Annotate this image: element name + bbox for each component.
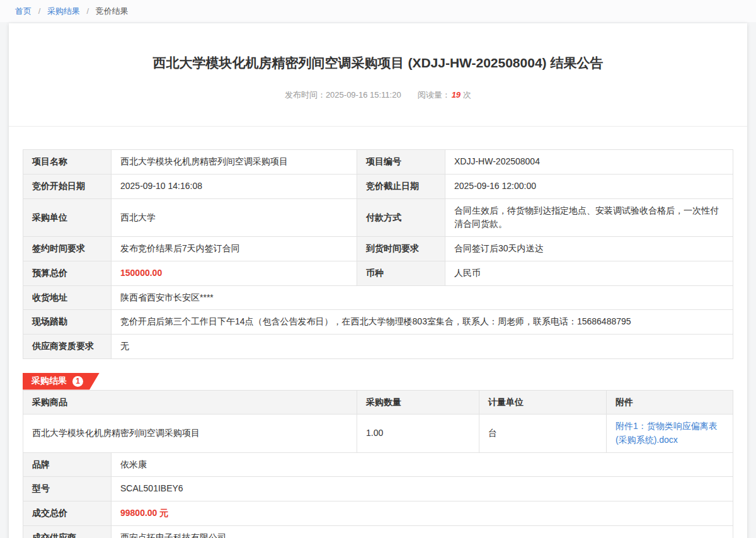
info-value-cell: 西北大学 — [112, 198, 357, 236]
breadcrumb-separator: / — [87, 6, 89, 16]
info-label-cell: 采购单位 — [23, 198, 112, 236]
table-row: 项目名称 西北大学模块化机房精密列间空调采购项目 项目编号 XDJJ-HW-20… — [23, 150, 733, 175]
column-header-quantity: 采购数量 — [357, 390, 479, 415]
detail-label-cell: 成交供应商 — [23, 525, 112, 538]
info-label-cell: 现场踏勘 — [23, 310, 112, 335]
detail-value: SCAL501IBEY6 — [120, 483, 183, 493]
table-row: 供应商资质要求 无 — [23, 334, 733, 358]
info-value-cell: 西北大学模块化机房精密列间空调采购项目 — [112, 150, 357, 175]
attachment-link[interactable]: 附件1：货物类响应偏离表(采购系统).docx — [616, 421, 718, 445]
info-label-cell: 竞价截止日期 — [357, 175, 445, 199]
breadcrumb-current: 竞价结果 — [96, 6, 129, 16]
detail-value-cell: 依米康 — [112, 452, 733, 477]
table-row: 品牌 依米康 — [23, 452, 733, 477]
detail-value: 西安点拓电子科技有限公司 — [120, 532, 226, 538]
product-unit-cell: 台 — [479, 415, 607, 452]
result-section-header: 采购结果 1 — [23, 373, 733, 390]
info-value-cell: 无 — [112, 334, 733, 358]
product-attachment-cell: 附件1：货物类响应偏离表(采购系统).docx — [607, 415, 733, 452]
info-value-cell: 竞价开启后第三个工作日下午14点（包含公告发布日），在西北大学物理楼803室集合… — [112, 310, 733, 335]
info-label-cell: 收货地址 — [23, 285, 112, 310]
breadcrumb-procurement-results-link[interactable]: 采购结果 — [47, 6, 80, 16]
table-row: 成交总价 99800.00 元 — [23, 501, 733, 526]
table-row: 现场踏勘 竞价开启后第三个工作日下午14点（包含公告发布日），在西北大学物理楼8… — [23, 310, 733, 335]
detail-value-cell: SCAL501IBEY6 — [112, 477, 733, 501]
budget-total-value: 150000.00 — [112, 261, 357, 285]
info-value-cell: 人民币 — [445, 261, 733, 285]
detail-value-cell: 西安点拓电子科技有限公司 — [112, 525, 733, 538]
procurement-result-badge: 采购结果 1 — [23, 373, 100, 390]
breadcrumb: 首页 / 采购结果 / 竞价结果 — [0, 0, 756, 22]
table-row: 竞价开始日期 2025-09-10 14:16:08 竞价截止日期 2025-0… — [23, 175, 733, 199]
info-label-cell: 竞价开始日期 — [23, 175, 112, 199]
column-header-attachment: 附件 — [607, 390, 733, 415]
info-value-cell: 合同签订后30天内送达 — [445, 237, 733, 261]
deal-total-price: 99800.00 — [120, 508, 157, 518]
views-label: 阅读量： — [418, 90, 450, 100]
info-label-cell: 到货时间要求 — [357, 237, 445, 261]
breadcrumb-separator: / — [38, 6, 41, 16]
info-label-cell: 项目名称 — [23, 150, 112, 175]
publish-time-label: 发布时间： — [285, 90, 326, 100]
deal-total-price-cell: 99800.00 元 — [112, 501, 733, 526]
info-value-cell: 合同生效后，待货物到达指定地点、安装调试验收合格后，一次性付清合同货款。 — [445, 198, 733, 236]
detail-label-cell: 品牌 — [23, 452, 112, 477]
column-header-unit: 计量单位 — [479, 390, 607, 415]
table-header-row: 采购商品 采购数量 计量单位 附件 — [23, 390, 733, 415]
project-info-table: 项目名称 西北大学模块化机房精密列间空调采购项目 项目编号 XDJJ-HW-20… — [23, 149, 733, 358]
info-value-cell: 2025-09-16 12:00:00 — [445, 175, 733, 199]
table-row: 西北大学模块化机房精密列间空调采购项目 1.00 台 附件1：货物类响应偏离表(… — [23, 415, 733, 452]
table-row: 成交供应商 西安点拓电子科技有限公司 — [23, 525, 733, 538]
breadcrumb-home-link[interactable]: 首页 — [15, 6, 32, 16]
column-header-product: 采购商品 — [23, 390, 357, 415]
detail-value: 依米康 — [120, 459, 147, 469]
info-value-cell: 2025-09-10 14:16:08 — [112, 175, 357, 199]
table-row: 型号 SCAL501IBEY6 — [23, 477, 733, 501]
result-detail-table: 品牌 依米康 型号 SCAL501IBEY6 成交总价 99800.00 元 成… — [23, 452, 733, 538]
info-value-cell: XDJJ-HW-202508004 — [445, 150, 733, 175]
info-label-cell: 预算总价 — [23, 261, 112, 285]
table-row: 预算总价 150000.00 币种 人民币 — [23, 261, 733, 285]
detail-label-cell: 型号 — [23, 477, 112, 501]
info-label-cell: 供应商资质要求 — [23, 334, 112, 358]
info-label-cell: 付款方式 — [357, 198, 445, 236]
info-value-cell: 陕西省西安市长安区**** — [112, 285, 733, 310]
info-label-cell: 签约时间要求 — [23, 237, 112, 261]
publish-time-value: 2025-09-16 15:11:20 — [326, 90, 401, 100]
badge-count: 1 — [72, 376, 83, 387]
views-count: 19 — [452, 90, 461, 100]
views-unit: 次 — [463, 90, 471, 100]
table-row: 收货地址 陕西省西安市长安区**** — [23, 285, 733, 310]
publish-meta: 发布时间：2025-09-16 15:11:20阅读量：19次 — [9, 89, 747, 101]
badge-label: 采购结果 — [32, 375, 67, 387]
announcement-card: 西北大学模块化机房精密列间空调采购项目 (XDJJ-HW-202508004) … — [9, 23, 747, 538]
table-row: 签约时间要求 发布竞价结果后7天内签订合同 到货时间要求 合同签订后30天内送达 — [23, 237, 733, 261]
info-label-cell: 项目编号 — [357, 150, 445, 175]
result-table: 采购商品 采购数量 计量单位 附件 西北大学模块化机房精密列间空调采购项目 1.… — [23, 390, 733, 453]
content-area: 项目名称 西北大学模块化机房精密列间空调采购项目 项目编号 XDJJ-HW-20… — [9, 127, 747, 538]
info-value-cell: 发布竞价结果后7天内签订合同 — [112, 237, 357, 261]
table-row: 采购单位 西北大学 付款方式 合同生效后，待货物到达指定地点、安装调试验收合格后… — [23, 198, 733, 236]
info-label-cell: 币种 — [357, 261, 445, 285]
product-quantity-cell: 1.00 — [357, 415, 479, 452]
product-name-cell: 西北大学模块化机房精密列间空调采购项目 — [23, 415, 357, 452]
page-title: 西北大学模块化机房精密列间空调采购项目 (XDJJ-HW-202508004) … — [9, 23, 747, 72]
detail-label-cell: 成交总价 — [23, 501, 112, 526]
deal-price-unit: 元 — [157, 508, 168, 518]
